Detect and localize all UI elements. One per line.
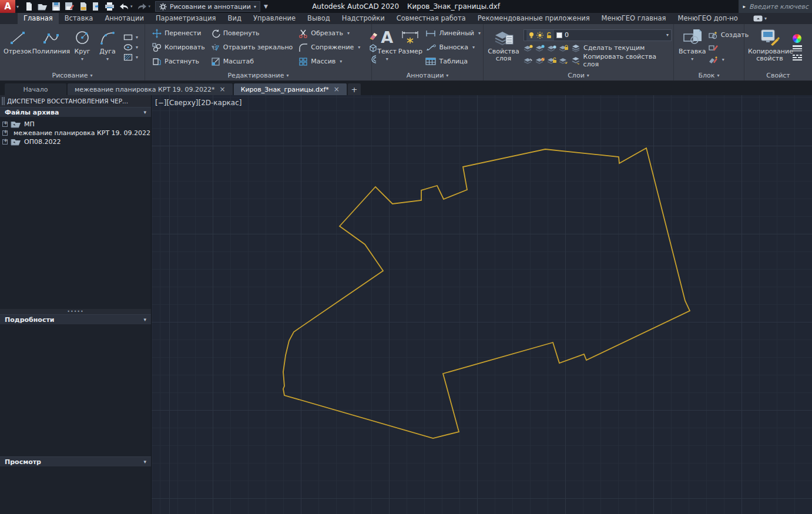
insert-block-button[interactable]: Вставка xyxy=(679,25,706,69)
edit-attributes-caret-icon[interactable] xyxy=(722,57,724,62)
mirror-button[interactable]: Отразить зеркально xyxy=(211,41,293,54)
screencast-caret-icon[interactable] xyxy=(764,16,767,21)
match-properties-button[interactable]: Копирование свойств xyxy=(748,25,791,69)
save-button[interactable] xyxy=(52,1,61,12)
undo-caret-icon[interactable] xyxy=(130,4,133,9)
preview-header[interactable]: Просмотр xyxy=(0,456,151,466)
ellipse-caret-icon[interactable] xyxy=(136,45,138,50)
layer-dropdown-caret-icon[interactable] xyxy=(666,32,669,38)
lineweight-button[interactable] xyxy=(793,45,802,52)
viewport-menu-control[interactable]: [−] xyxy=(155,99,166,107)
make-current-label[interactable]: Сделать текущим xyxy=(583,44,645,52)
screencast-button[interactable] xyxy=(753,13,767,24)
panel-properties-label[interactable]: Свойст xyxy=(744,70,812,80)
dimension-button[interactable]: Размер xyxy=(397,25,423,69)
redo-button[interactable] xyxy=(137,1,151,12)
panel-annotation-label[interactable]: Аннотации xyxy=(372,70,483,80)
hatch-button[interactable] xyxy=(123,53,138,61)
circle-button[interactable]: Круг xyxy=(69,25,95,69)
plot-button[interactable] xyxy=(79,1,88,12)
linetype-button[interactable] xyxy=(793,55,802,61)
rectangle-caret-icon[interactable] xyxy=(136,35,138,40)
open-file-button[interactable] xyxy=(38,1,48,12)
table-button[interactable]: Таблица xyxy=(425,55,481,68)
panel-editing-label[interactable]: Редактирование xyxy=(145,70,371,80)
edit-attributes-button[interactable] xyxy=(709,55,749,65)
panel-layers-label[interactable]: Слои xyxy=(484,70,673,80)
collapse-icon[interactable] xyxy=(143,459,146,465)
qat-customize-button[interactable]: ▼ xyxy=(264,4,268,9)
fillet-caret-icon[interactable] xyxy=(358,45,360,50)
expand-icon[interactable] xyxy=(2,139,8,145)
tree-item-mp[interactable]: МП xyxy=(2,120,149,129)
new-file-button[interactable] xyxy=(25,1,33,12)
undo-button[interactable] xyxy=(119,1,133,12)
tab-nadstroyki[interactable]: Надстройки xyxy=(336,13,391,24)
object-color-button[interactable] xyxy=(793,34,802,43)
arc-caret-icon[interactable] xyxy=(106,56,109,63)
visual-style-control[interactable]: [2D-каркас] xyxy=(198,99,241,107)
hatch-caret-icon[interactable] xyxy=(136,55,138,60)
close-icon[interactable] xyxy=(220,85,226,93)
panel-block-label[interactable]: Блок xyxy=(674,70,744,80)
text-button[interactable]: А Текст xyxy=(377,25,397,69)
fillet-button[interactable]: Сопряжение xyxy=(298,41,360,54)
tab-vyvod[interactable]: Вывод xyxy=(301,13,336,24)
tab-vstavka[interactable]: Вставка xyxy=(59,13,99,24)
leader-button[interactable]: Выноска xyxy=(425,41,481,54)
tree-item-op08[interactable]: ОП08.2022 xyxy=(2,137,149,146)
doc-tab-start[interactable]: Начало xyxy=(5,83,66,95)
workspace-caret-icon[interactable] xyxy=(254,4,256,9)
expand-icon[interactable] xyxy=(2,130,8,136)
tab-menugeo-glavnaya[interactable]: МенюГЕО главная xyxy=(596,13,672,24)
layer-tool-icons-row1[interactable] xyxy=(524,44,568,52)
tab-vid[interactable]: Вид xyxy=(222,13,247,24)
boundary-polyline[interactable] xyxy=(283,148,690,438)
new-drawing-tab-button[interactable]: + xyxy=(348,83,361,95)
trim-button[interactable]: Обрезать xyxy=(298,26,360,40)
workspace-switcher[interactable]: Рисование и аннотации xyxy=(155,1,260,12)
insert-caret-icon[interactable] xyxy=(691,56,693,63)
layer-tool-icons-row2[interactable] xyxy=(524,56,568,65)
app-menu-caret-icon[interactable] xyxy=(16,4,19,9)
archive-files-header[interactable]: Файлы архива xyxy=(0,107,151,117)
close-icon[interactable] xyxy=(334,85,340,93)
infocenter-search[interactable]: Введите ключевс xyxy=(739,0,812,13)
panel-drawing-label[interactable]: Рисование xyxy=(0,70,145,80)
palette-splitter[interactable] xyxy=(0,309,151,314)
move-button[interactable]: Перенести xyxy=(152,26,205,40)
array-button[interactable]: Массив xyxy=(298,55,360,68)
doc-tab-mezhevanie[interactable]: межевание планировка КРТ 19. 09.2022* xyxy=(68,83,233,95)
tab-parametrizaciya[interactable]: Параметризация xyxy=(150,13,222,24)
tab-sovmestnaya-rabota[interactable]: Совместная работа xyxy=(391,13,472,24)
details-header[interactable]: Подробности xyxy=(0,314,151,324)
stretch-button[interactable]: Растянуть xyxy=(152,55,205,68)
scale-button[interactable]: Масштаб xyxy=(211,55,293,68)
tab-glavnaya[interactable]: Главная xyxy=(18,13,59,24)
match-layer-label[interactable]: Копировать свойства слоя xyxy=(583,53,672,68)
layer-dropdown[interactable]: 0 xyxy=(524,29,672,41)
match-layer-icon[interactable] xyxy=(571,56,581,65)
make-current-icon[interactable] xyxy=(571,44,581,52)
tree-item-mezhevanie[interactable]: межевание планировка КРТ 19. 09.2022 xyxy=(2,129,149,137)
ellipse-button[interactable] xyxy=(123,43,138,51)
print-button[interactable] xyxy=(105,1,115,12)
polyline-button[interactable]: Полилиния xyxy=(33,25,69,69)
trim-caret-icon[interactable] xyxy=(347,31,350,36)
create-block-button[interactable]: Создать xyxy=(709,30,749,41)
rectangle-button[interactable] xyxy=(123,33,138,41)
palette-grip-icon[interactable] xyxy=(2,97,5,105)
redo-caret-icon[interactable] xyxy=(149,4,151,9)
expand-icon[interactable] xyxy=(2,122,8,127)
tab-upravlenie[interactable]: Управление xyxy=(247,13,301,24)
tab-annotacii[interactable]: Аннотации xyxy=(99,13,149,24)
array-caret-icon[interactable] xyxy=(340,59,342,64)
palette-title-bar[interactable]: ДИСПЕТЧЕР ВОССТАНОВЛЕНИЯ ЧЕР... xyxy=(0,95,151,107)
tab-rekomendovannye[interactable]: Рекомендованные приложения xyxy=(472,13,596,24)
model-space-canvas[interactable]: [−][Сверху][2D-каркас] xyxy=(152,95,812,514)
leader-caret-icon[interactable] xyxy=(472,45,475,50)
edit-block-button[interactable] xyxy=(709,42,749,53)
tab-menugeo-dopno[interactable]: МенюГЕО доп-но xyxy=(672,13,744,24)
view-control[interactable]: [Сверху] xyxy=(166,99,198,107)
circle-caret-icon[interactable] xyxy=(81,56,83,63)
